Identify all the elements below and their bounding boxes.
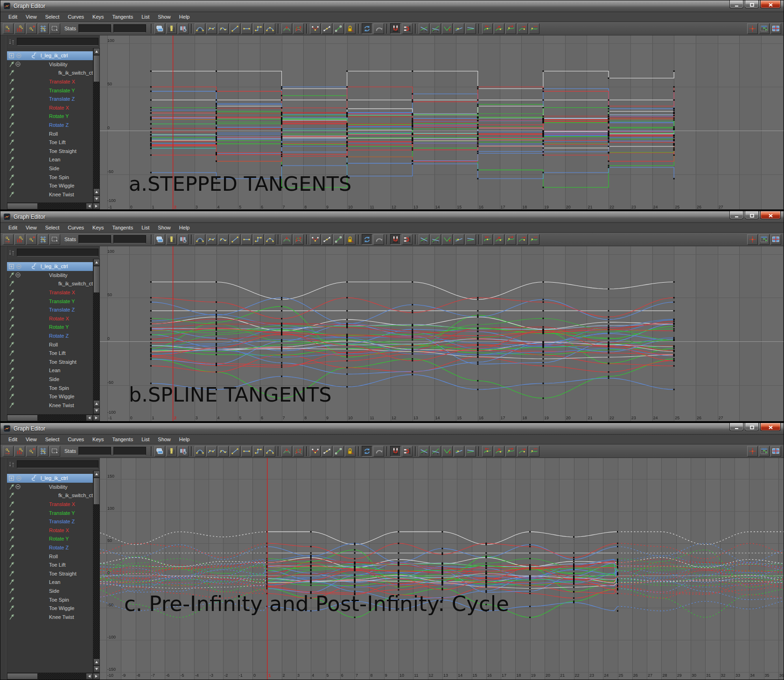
curve-graph-area[interactable]: -101345678910111213141516171819202122232… [100,35,784,209]
channel-row-visibility[interactable]: Visibility [7,271,93,280]
pre-infinity-cycle-offset-button[interactable] [430,23,441,34]
stats-time-field[interactable] [78,447,111,455]
pre-infinity-cycle-button[interactable] [419,23,429,34]
horizontal-scrollbar-thumb[interactable] [7,203,38,209]
horizontal-scrollbar-track[interactable] [38,415,86,421]
region-select-keys-tool[interactable] [49,234,60,245]
unify-tangents-button[interactable] [322,446,332,457]
vertical-scrollbar-thumb[interactable] [93,55,100,82]
graph-editor-view-button[interactable] [747,23,758,34]
swap-buffer-curves-button[interactable] [293,23,304,34]
curves-canvas[interactable] [100,35,784,209]
free-tangent-weight-button[interactable] [333,446,344,457]
frame-all-button[interactable] [154,23,165,34]
menu-keys[interactable]: Keys [88,436,108,443]
horizontal-scrollbar-thumb[interactable] [7,415,38,421]
channel-row-rotate-z[interactable]: Rotate Z [7,332,93,340]
pin-icon[interactable] [9,385,14,391]
pin-icon[interactable] [9,191,14,198]
panel-grip[interactable] [0,246,7,421]
post-infinity-constant-button[interactable] [529,23,539,34]
menu-tangents[interactable]: Tangents [108,224,138,231]
pin-icon[interactable] [9,78,14,85]
channel-object-row-l-leg-ik-ctrl[interactable]: l_leg_ik_ctrl [7,474,93,483]
menu-show[interactable]: Show [154,436,175,443]
swap-buffer-curves-button[interactable] [293,446,304,457]
horizontal-scrollbar-track[interactable] [38,203,86,209]
title-bar[interactable]: Graph Editor [0,211,784,223]
close-button[interactable] [760,0,781,8]
curve-graph-area[interactable]: -10-9-8-7-6-5-4-3-2-10234567891011121314… [100,458,784,680]
pin-icon[interactable] [9,272,14,278]
channel-list-horizontal-scrollbar[interactable] [7,414,100,421]
insert-keys-tool[interactable] [14,234,25,245]
trax-editor-view-button[interactable] [770,446,781,457]
post-infinity-cycle-button[interactable] [482,446,493,457]
menu-keys[interactable]: Keys [88,13,108,21]
post-infinity-constant-button[interactable] [529,234,539,245]
menu-select[interactable]: Select [41,13,64,21]
move-nearest-picked-key-tool[interactable] [3,23,14,34]
scroll-right-button[interactable] [93,203,100,209]
menu-list[interactable]: List [137,13,154,21]
free-tangent-weight-button[interactable] [333,234,344,245]
post-infinity-oscillate-button[interactable] [505,23,516,34]
spline-tangents-button[interactable] [206,23,217,34]
pre-infinity-linear-button[interactable] [454,234,464,245]
stats-time-field[interactable] [78,235,111,243]
channel-row-translate-x[interactable]: Translate X [7,77,93,86]
channel-filter-icon[interactable] [8,38,15,46]
lock-tangent-weight-button[interactable] [345,446,356,457]
channel-row-fk-ik-switch-ct[interactable]: fk_ik_switch_ct [7,69,93,77]
channel-row-visibility[interactable]: Visibility [7,60,93,69]
curves-canvas[interactable] [100,458,784,680]
clamped-tangents-button[interactable] [218,23,229,34]
channel-row-toe-wiggle[interactable]: Toe Wiggle [7,181,93,190]
channel-row-side[interactable]: Side [7,375,93,384]
pin-icon[interactable] [9,518,14,525]
plateau-tangents-button[interactable] [265,234,275,245]
time-snap-button[interactable] [390,446,401,457]
pre-infinity-constant-button[interactable] [465,446,476,457]
collapse-icon[interactable] [16,476,21,481]
pin-icon[interactable] [9,174,14,180]
pre-infinity-linear-button[interactable] [454,23,464,34]
menu-help[interactable]: Help [175,13,194,21]
spline-tangents-button[interactable] [206,446,217,457]
pin-icon[interactable] [9,280,14,287]
pin-icon[interactable] [9,131,14,137]
auto-tangents-button[interactable] [195,23,205,34]
insert-keys-tool[interactable] [14,23,25,34]
channel-row-toe-wiggle[interactable]: Toe Wiggle [7,604,93,613]
pin-icon[interactable] [9,535,14,542]
title-bar[interactable]: Graph Editor [0,423,784,435]
horizontal-scrollbar-thumb[interactable] [7,673,38,680]
menu-tangents[interactable]: Tangents [108,13,138,21]
channel-row-fk-ik-switch-ct[interactable]: fk_ik_switch_ct [7,491,93,500]
frame-playback-range-button[interactable] [166,234,177,245]
channel-row-lean[interactable]: Lean [7,578,93,587]
enable-normalized-curve-display-button[interactable] [362,446,372,457]
pin-icon[interactable] [9,341,14,348]
expand-icon[interactable] [9,53,14,58]
channel-row-toe-lift[interactable]: Toe Lift [7,349,93,358]
channel-object-row-l-leg-ik-ctrl[interactable]: l_leg_ik_ctrl [7,51,93,60]
post-infinity-linear-button[interactable] [517,23,528,34]
menu-show[interactable]: Show [154,224,175,231]
stats-value-field[interactable] [113,24,146,33]
maximize-button[interactable] [745,0,759,8]
frame-all-button[interactable] [154,446,165,457]
lattice-deform-keys-tool[interactable] [38,234,49,245]
post-infinity-cycle-button[interactable] [482,234,493,245]
time-snap-button[interactable] [390,23,401,34]
pin-icon[interactable] [9,484,14,490]
channel-row-roll[interactable]: Roll [7,552,93,561]
channel-row-translate-z[interactable]: Translate Z [7,95,93,104]
channel-row-toe-straight[interactable]: Toe Straight [7,147,93,156]
post-infinity-linear-button[interactable] [517,234,528,245]
step-tangents-button[interactable] [253,446,264,457]
post-infinity-oscillate-button[interactable] [505,234,516,245]
pin-icon[interactable] [9,501,14,507]
scroll-up-button[interactable] [93,259,100,266]
menu-edit[interactable]: Edit [4,436,21,443]
